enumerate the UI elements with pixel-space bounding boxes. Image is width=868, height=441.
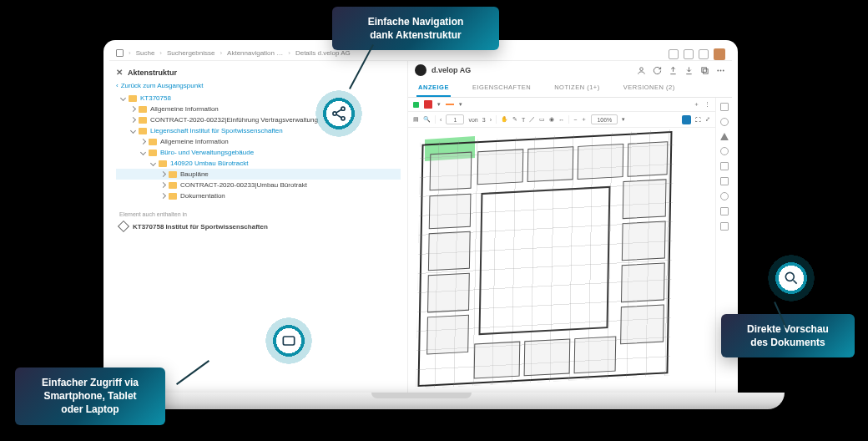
user-icon[interactable] — [637, 66, 646, 75]
zoom-in-icon[interactable]: ＋ — [581, 115, 587, 124]
callout-navigation: Einfache Navigationdank Aktenstruktur — [332, 7, 499, 50]
folder-icon — [149, 139, 157, 145]
stamp-icon[interactable]: ◉ — [549, 116, 554, 123]
back-link[interactable]: ‹Zurück zum Ausgangspunkt — [116, 80, 401, 93]
prev-page-icon[interactable]: ‹ — [440, 117, 442, 123]
svg-point-9 — [785, 272, 794, 281]
folder-icon — [169, 182, 177, 189]
tab-eigenschaften[interactable]: EIGENSCHAFTEN — [471, 79, 532, 97]
doc-title: d.velop AG — [431, 66, 471, 74]
text-icon[interactable]: T — [522, 117, 525, 123]
sidebar: ✕ Aktenstruktur ‹Zurück zum Ausgangspunk… — [109, 61, 408, 393]
related-label: Element auch enthalten in — [116, 211, 401, 217]
bookmark-icon[interactable] — [720, 177, 729, 185]
refresh-icon[interactable] — [653, 66, 662, 75]
breadcrumb-item[interactable]: Aktennavigation … — [227, 49, 283, 57]
breadcrumb-item[interactable]: Suchergebnisse — [167, 49, 214, 57]
stroke-icon[interactable] — [446, 104, 454, 105]
device-icon — [265, 317, 312, 364]
svg-point-5 — [723, 69, 724, 71]
header-icons — [669, 48, 725, 60]
zoom-out-icon[interactable]: − — [573, 117, 577, 123]
tab-notizen[interactable]: NOTIZEN (1+) — [553, 79, 602, 97]
status-dot-icon — [413, 102, 419, 108]
pdf-icon — [424, 100, 432, 109]
folder-icon — [159, 160, 167, 167]
svg-rect-1 — [704, 68, 709, 74]
callout-preview: Direkte Vorschaudes Dokuments — [721, 314, 855, 357]
tab-anzeige[interactable]: ANZEIGE — [416, 79, 451, 97]
copy-icon[interactable] — [700, 66, 709, 75]
document-preview[interactable] — [408, 128, 715, 393]
tree-node[interactable]: Baupläne — [116, 169, 401, 180]
svg-point-4 — [720, 69, 722, 71]
layers-icon[interactable] — [720, 222, 729, 231]
fit-icon[interactable] — [682, 115, 691, 124]
measure-icon[interactable]: ↔ — [558, 117, 564, 123]
laptop-base — [58, 393, 785, 409]
rect-icon[interactable]: ▭ — [539, 116, 545, 123]
note-icon[interactable] — [720, 118, 729, 126]
diamond-icon — [118, 220, 129, 232]
tree-node[interactable]: Dokumentation — [116, 190, 401, 201]
svg-rect-2 — [702, 67, 707, 72]
avatar-icon[interactable] — [714, 48, 725, 60]
info-icon[interactable] — [720, 192, 729, 200]
svg-point-0 — [640, 67, 643, 70]
viewer-toolbar-annot: ▾ ▾ ＋ ⋮ — [408, 98, 715, 112]
related-item[interactable]: KT370758 Institut für Sportwissenschafte… — [116, 217, 401, 236]
share-icon — [315, 90, 362, 137]
grid-icon[interactable] — [669, 49, 679, 59]
folder-icon — [169, 193, 177, 200]
folder-icon — [139, 117, 147, 124]
list-icon[interactable] — [684, 49, 694, 59]
doc-avatar-icon — [415, 64, 426, 76]
link-icon[interactable] — [720, 207, 729, 215]
upload-icon[interactable] — [669, 66, 678, 75]
zoom-input[interactable]: 106% — [591, 114, 618, 124]
next-page-icon[interactable]: › — [490, 117, 492, 123]
pencil-icon[interactable]: ✎ — [512, 116, 517, 123]
svg-rect-10 — [283, 337, 294, 345]
fullscreen-icon[interactable]: ⛶ — [695, 117, 701, 123]
breadcrumb-item[interactable]: Details d.velop AG — [295, 49, 351, 57]
line-icon[interactable]: ／ — [529, 115, 535, 124]
folder-icon — [139, 128, 147, 134]
home-icon[interactable] — [116, 49, 124, 57]
folder-icon — [139, 106, 147, 113]
more-icon[interactable] — [716, 66, 725, 75]
search-icon[interactable]: 🔍 — [423, 116, 431, 123]
chevron-down-icon[interactable]: ▾ — [437, 101, 441, 108]
edit-icon[interactable] — [720, 103, 729, 111]
triangle-icon[interactable] — [720, 133, 729, 140]
page-input[interactable]: 1 — [446, 114, 464, 124]
detail-panel: d.velop AG ANZEIGE EIGENSCHAFTEN NOTIZEN… — [408, 61, 732, 393]
tree-node[interactable]: Büro- und Verwaltungsgebäude — [116, 147, 401, 158]
sidebar-title-text: Aktenstruktur — [128, 68, 177, 77]
pan-icon[interactable]: ✋ — [501, 116, 508, 123]
sidebar-toggle-icon[interactable]: ▤ — [413, 116, 419, 123]
magnify-icon — [768, 255, 815, 302]
tab-versionen[interactable]: VERSIONEN (2) — [622, 79, 677, 97]
folder-icon — [149, 150, 157, 156]
tree-node[interactable]: CONTRACT-2020-00233|Umbau Bürotrakt — [116, 180, 401, 190]
folder-icon — [169, 171, 177, 178]
viewer-toolbar-nav: ▤ 🔍 ‹ 1 von 3 › ✋ ✎ T ／ — [408, 112, 715, 128]
expand-icon[interactable]: ⤢ — [705, 116, 710, 123]
share-icon[interactable] — [720, 162, 729, 170]
close-icon[interactable]: ✕ — [116, 68, 123, 77]
chevron-down-icon[interactable]: ▾ — [622, 116, 625, 123]
tree-node[interactable]: Allgemeine Information — [116, 136, 401, 147]
chevron-down-icon[interactable]: ▾ — [459, 101, 462, 108]
callout-access: Einfacher Zugriff viaSmartphone, Tableto… — [15, 368, 165, 425]
tree-node[interactable]: 140920 Umbau Bürotrackt — [116, 158, 401, 169]
tag-icon[interactable] — [720, 147, 729, 155]
more-icon[interactable]: ⋮ — [704, 101, 710, 108]
tabs: ANZEIGE EIGENSCHAFTEN NOTIZEN (1+) VERSI… — [408, 79, 732, 98]
download-icon[interactable] — [684, 66, 694, 75]
panel-icon[interactable] — [699, 49, 709, 59]
folder-icon — [129, 95, 137, 102]
breadcrumb-item[interactable]: Suche — [136, 49, 155, 57]
svg-point-3 — [717, 69, 719, 71]
